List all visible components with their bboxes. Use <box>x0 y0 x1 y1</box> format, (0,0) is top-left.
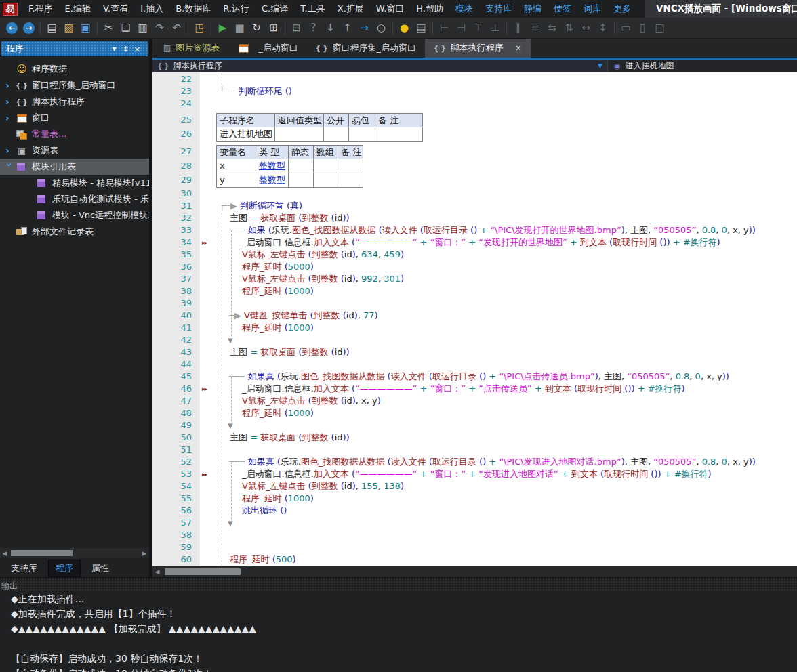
stop-button[interactable]: ■ <box>231 20 248 37</box>
distribute-horizontal-button[interactable]: ↔ <box>577 20 594 37</box>
menu-item-0[interactable]: F.程序 <box>22 3 59 15</box>
tree-item-1[interactable]: ›{ }窗口程序集_启动窗口 <box>0 77 149 93</box>
tree-item-6[interactable]: ›模块引用表 <box>0 159 149 175</box>
menu-item-4[interactable]: B.数据库 <box>169 3 217 15</box>
window-preview-button[interactable]: ⊟ <box>288 20 305 37</box>
scroll-left-icon[interactable]: ◀ <box>0 550 9 557</box>
subroutine-selector[interactable]: ◉ 进入挂机地图 <box>608 60 797 72</box>
code-line-31[interactable]: 31┌╌▶ 判断循环首 (真) <box>152 200 797 212</box>
code-line-58[interactable]: 58 <box>152 529 797 541</box>
table-cell[interactable] <box>274 127 323 142</box>
code-line-48[interactable]: 48程序_延时 (1000) <box>152 407 797 419</box>
tree-item-9[interactable]: 模块 - Vnc远程控制模块3.0.... <box>0 207 149 224</box>
doc-tab-1[interactable]: _启动窗口 <box>228 39 307 58</box>
menu-quick-item-1[interactable]: 支持库 <box>479 3 518 15</box>
chevron-down-icon[interactable]: › <box>4 163 15 173</box>
doc-tab-2[interactable]: { }窗口程序集_启动窗口 <box>307 39 425 58</box>
restart-button[interactable]: ↻ <box>248 20 265 37</box>
space-across-button[interactable]: ∥ <box>510 20 527 37</box>
code-line-49[interactable]: 49▼ <box>152 419 797 432</box>
code-line-29[interactable]: 29y整数型 <box>152 173 797 188</box>
run-button[interactable]: ▶ <box>214 20 231 37</box>
panel-close-icon[interactable]: × <box>131 44 143 54</box>
table-cell[interactable]: 进入挂机地图 <box>216 127 274 142</box>
code-line-36[interactable]: 36程序_延时 (5000) <box>152 261 797 273</box>
scroll-right-icon[interactable]: ▶ <box>140 550 149 557</box>
doc-tab-0[interactable]: ▧图片资源表 <box>155 39 228 58</box>
code-line-50[interactable]: 50主图 = 获取桌面 (到整数 (id)) <box>152 432 797 444</box>
tree-item-4[interactable]: 常量表... <box>0 126 149 142</box>
chevron-right-icon[interactable]: › <box>5 80 16 91</box>
table-cell[interactable] <box>375 127 423 142</box>
center-vertical-button[interactable]: ≡ <box>527 20 544 37</box>
new-file-button[interactable]: ▤ <box>43 20 60 37</box>
tree-item-2[interactable]: ›{ }脚本执行程序 <box>0 93 149 110</box>
pin-icon[interactable]: ‡ <box>120 45 131 54</box>
sidebar-hscrollbar[interactable]: ◀ ▶ <box>0 548 149 558</box>
code-line-47[interactable]: 47V鼠标_左键点击 (到整数 (id), x, y) <box>152 395 797 407</box>
align-bottom-button[interactable]: ⊥ <box>487 20 504 37</box>
menu-item-7[interactable]: T.工具 <box>294 3 331 15</box>
editor-hscrollbar[interactable]: ◀ <box>152 566 797 577</box>
code-line-22[interactable]: 22 <box>152 73 797 85</box>
code-line-33[interactable]: 33╌╌╌ 如果 (乐玩.图色_找图数据从数据 (读入文件 (取运行目录 () … <box>152 224 797 236</box>
code-line-51[interactable]: 51 <box>152 444 797 456</box>
same-size-button[interactable]: □ <box>651 20 668 37</box>
table-cell[interactable]: x <box>216 159 256 173</box>
paste-button[interactable]: ▥ <box>134 20 151 37</box>
undo-button[interactable]: ↶ <box>168 20 185 37</box>
open-folder-button[interactable]: ▨ <box>60 20 77 37</box>
code-line-57[interactable]: 57▼ <box>152 517 797 529</box>
redo-button[interactable]: ↷ <box>151 20 168 37</box>
code-line-37[interactable]: 37V鼠标_左键点击 (到整数 (id), 992, 301) <box>152 273 797 285</box>
table-cell[interactable] <box>338 159 363 173</box>
scroll-thumb[interactable] <box>165 568 241 575</box>
tree-item-0[interactable]: ☺程序数据 <box>0 61 149 77</box>
snippet-button[interactable]: ▤ <box>413 20 430 37</box>
save-button[interactable]: ▣ <box>77 20 94 37</box>
tree-item-7[interactable]: 精易模块 - 精易模块[v11.1.... <box>0 175 149 191</box>
code-line-38[interactable]: 38程序_延时 (1000) <box>152 285 797 297</box>
align-top-button[interactable]: ⊤ <box>470 20 487 37</box>
compile-button[interactable]: ⊞ <box>265 20 282 37</box>
tree-item-3[interactable]: ›窗口 <box>0 110 149 126</box>
panel-dropdown-icon[interactable]: ▼ <box>108 46 120 52</box>
code-line-54[interactable]: 54V鼠标_左键点击 (到整数 (id), 155, 138) <box>152 480 797 492</box>
code-line-40[interactable]: 40╌▶ V键盘_按键单击 (到整数 (id), 77) <box>152 310 797 322</box>
tab-close-icon[interactable]: × <box>515 43 522 53</box>
menu-item-9[interactable]: W.窗口 <box>370 3 411 15</box>
menu-quick-item-3[interactable]: 便签 <box>548 3 577 15</box>
menu-item-5[interactable]: R.运行 <box>217 3 256 15</box>
code-line-23[interactable]: 23└╌╌ 判断循环尾 () <box>152 85 797 98</box>
code-line-26[interactable]: 26进入挂机地图 <box>152 127 797 142</box>
table-cell[interactable] <box>288 159 313 173</box>
menu-item-2[interactable]: V.查看 <box>97 3 134 15</box>
menu-item-6[interactable]: C.编译 <box>256 3 294 15</box>
code-line-41[interactable]: 41程序_延时 (1000) <box>152 322 797 334</box>
menu-item-1[interactable]: E.编辑 <box>59 3 97 15</box>
menu-quick-item-5[interactable]: 更多 <box>607 3 637 15</box>
table-cell[interactable] <box>348 127 375 142</box>
code-line-42[interactable]: 42▼ <box>152 334 797 346</box>
code-line-44[interactable]: 44 <box>152 358 797 371</box>
menu-item-10[interactable]: H.帮助 <box>410 3 449 15</box>
table-cell[interactable]: 整数型 <box>256 159 288 173</box>
menu-item-3[interactable]: I.插入 <box>134 3 169 15</box>
code-line-39[interactable]: 39 <box>152 297 797 310</box>
unlock-button[interactable]: ○ <box>373 20 390 37</box>
cut-button[interactable]: ✂ <box>100 20 117 37</box>
code-editor[interactable]: 2223└╌╌ 判断循环尾 ()2425子程序名返回值类型公开易包备 注26进入… <box>152 72 797 566</box>
table-cell[interactable]: 整数型 <box>256 173 288 188</box>
step-into-button[interactable]: ↓ <box>322 20 339 37</box>
chevron-right-icon[interactable]: › <box>5 112 16 123</box>
chevron-right-icon[interactable]: › <box>5 96 16 107</box>
scroll-left-icon[interactable]: ◀ <box>152 568 162 575</box>
code-line-28[interactable]: 28x整数型 <box>152 159 797 173</box>
panel-tab-0[interactable]: 支持库 <box>4 560 44 576</box>
menu-quick-item-0[interactable]: 模块 <box>449 3 479 15</box>
tree-item-10[interactable]: 外部文件记录表 <box>0 224 149 240</box>
table-cell[interactable] <box>288 173 313 188</box>
code-line-56[interactable]: 56跳出循环 () <box>152 505 797 517</box>
panel-tab-2[interactable]: 属性 <box>85 560 116 576</box>
code-line-24[interactable]: 24 <box>152 98 797 110</box>
